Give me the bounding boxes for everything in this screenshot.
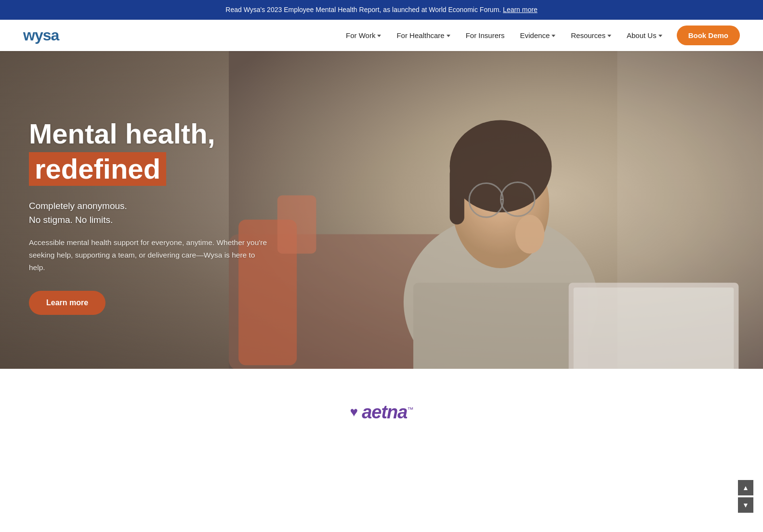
hero-title-highlight: redefined [29,152,166,186]
svg-line-11 [501,199,503,200]
nav-item-for-work[interactable]: For Work [339,27,388,43]
nav-item-about-us[interactable]: About Us [620,27,669,43]
chevron-down-icon [658,35,662,37]
book-demo-button[interactable]: Book Demo [677,26,740,45]
learn-more-button[interactable]: Learn more [29,291,105,315]
svg-rect-15 [618,51,763,369]
banner-text: Read Wysa's 2023 Employee Mental Health … [225,6,501,13]
nav-item-for-healthcare[interactable]: For Healthcare [390,27,457,43]
aetna-logo: ♥ aetna™ [350,402,413,423]
top-banner: Read Wysa's 2023 Employee Mental Health … [0,0,763,20]
svg-rect-5 [413,283,588,369]
nav-item-for-insurers[interactable]: For Insurers [459,27,512,43]
hero-title: Mental health, redefined [29,118,270,186]
nav-item-evidence[interactable]: Evidence [513,27,563,43]
svg-rect-8 [450,166,464,224]
partners-section: ♥ aetna™ [0,369,763,446]
hero-person-illustration [229,51,763,369]
heart-icon: ♥ [350,404,358,420]
svg-point-12 [515,215,544,254]
chevron-down-icon [552,35,555,37]
header: wysa For Work For Healthcare For Insurer… [0,20,763,51]
hero-subtitle: Completely anonymous. No stigma. No limi… [29,199,270,227]
chevron-down-icon [607,35,611,37]
hero-description: Accessible mental health support for eve… [29,236,270,273]
hero-content: Mental health, redefined Completely anon… [0,51,299,344]
chevron-down-icon [377,35,381,37]
banner-link[interactable]: Learn more [503,6,538,13]
logo-text: wysa [23,26,59,44]
chevron-down-icon [447,35,450,37]
hero-title-line1: Mental health, [29,118,215,149]
hero-section: Mental health, redefined Completely anon… [0,51,763,369]
logo[interactable]: wysa [23,26,59,44]
main-nav: For Work For Healthcare For Insurers Evi… [339,26,740,45]
aetna-trademark: ™ [407,406,413,413]
nav-item-resources[interactable]: Resources [564,27,618,43]
aetna-text: aetna™ [362,402,413,423]
